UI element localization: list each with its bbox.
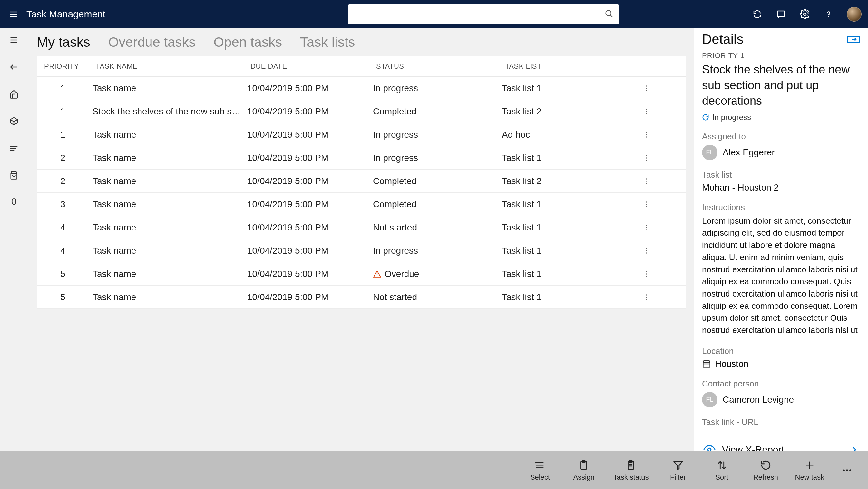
table-row[interactable]: 2Task name10/04/2019 5:00 PMIn progressT…	[37, 146, 686, 170]
svg-point-46	[646, 294, 647, 296]
cell-status: In progress	[369, 246, 498, 256]
help-icon[interactable]	[823, 8, 835, 20]
home-icon[interactable]	[7, 88, 20, 100]
cmd-select-label: Select	[530, 473, 550, 482]
cell-priority: 4	[37, 246, 89, 256]
svg-point-6	[804, 13, 806, 16]
cell-taskname: Task name	[89, 246, 243, 256]
col-duedate[interactable]: DUE DATE	[247, 62, 372, 70]
table-row[interactable]: 4Task name10/04/2019 5:00 PMNot startedT…	[37, 216, 686, 239]
svg-point-3	[606, 11, 611, 16]
products-icon[interactable]	[7, 115, 20, 128]
contact-name: Cameron Levigne	[723, 395, 794, 405]
cell-tasklist: Task list 1	[498, 199, 633, 210]
svg-point-21	[646, 111, 647, 112]
clipboard-check-icon	[625, 459, 637, 471]
cell-tasklist: Task list 1	[498, 292, 633, 302]
search-icon[interactable]	[604, 9, 614, 19]
svg-point-27	[646, 157, 647, 159]
task-link-row[interactable]: View X-Report	[702, 435, 860, 451]
list-icon[interactable]	[7, 142, 20, 155]
col-status[interactable]: STATUS	[372, 62, 501, 70]
table-row[interactable]: 1Task name10/04/2019 5:00 PMIn progressT…	[37, 77, 686, 100]
svg-point-18	[646, 88, 647, 89]
refresh-icon	[760, 459, 772, 471]
sync-icon[interactable]	[751, 8, 763, 20]
cmd-filter[interactable]: Filter	[664, 459, 693, 482]
svg-point-42	[377, 276, 377, 276]
table-row[interactable]: 2Task name10/04/2019 5:00 PMCompletedTas…	[37, 170, 686, 193]
cell-duedate: 10/04/2019 5:00 PM	[243, 106, 369, 117]
tab-task-lists[interactable]: Task lists	[300, 34, 355, 50]
user-avatar[interactable]	[847, 7, 862, 22]
row-more-icon[interactable]	[633, 270, 659, 278]
rail-hamburger-icon[interactable]	[7, 33, 20, 47]
svg-point-24	[646, 134, 647, 135]
svg-rect-5	[777, 11, 785, 17]
table-row[interactable]: 4Task name10/04/2019 5:00 PMIn progressT…	[37, 239, 686, 263]
table-row[interactable]: 5Task name10/04/2019 5:00 PMNot startedT…	[37, 285, 686, 309]
select-icon	[534, 459, 546, 471]
details-panel: Details PRIORITY 1 Stock the shelves of …	[694, 28, 868, 451]
cell-tasklist: Task list 2	[498, 106, 633, 117]
location-label: Location	[702, 346, 860, 356]
cmd-assign[interactable]: Assign	[569, 459, 598, 482]
table-row[interactable]: 5Task name10/04/2019 5:00 PMOverdueTask …	[37, 263, 686, 285]
settings-icon[interactable]	[799, 8, 811, 20]
table-row[interactable]: 1Stock the shelves of the new sub sectio…	[37, 100, 686, 123]
filter-icon	[672, 459, 684, 471]
svg-line-4	[611, 15, 613, 18]
cell-status: In progress	[369, 130, 498, 140]
svg-point-28	[646, 159, 647, 161]
hamburger-icon[interactable]	[6, 7, 21, 21]
cmd-refresh[interactable]: Refresh	[751, 459, 780, 482]
tasklist-value: Mohan - Houston 2	[702, 182, 860, 193]
cmd-more[interactable]	[839, 464, 855, 477]
cmd-filter-label: Filter	[670, 473, 686, 482]
zero-badge[interactable]: 0	[11, 196, 17, 207]
chat-icon[interactable]	[775, 8, 787, 20]
cell-taskname: Task name	[89, 153, 243, 163]
cmd-select[interactable]: Select	[525, 459, 554, 482]
cmd-task-status[interactable]: Task status	[613, 459, 649, 482]
cell-tasklist: Task list 1	[498, 269, 633, 279]
row-more-icon[interactable]	[633, 154, 659, 162]
row-more-icon[interactable]	[633, 224, 659, 232]
row-more-icon[interactable]	[633, 177, 659, 185]
svg-marker-63	[674, 461, 682, 470]
tab-open-tasks[interactable]: Open tasks	[213, 34, 282, 50]
expand-icon[interactable]	[847, 33, 860, 46]
col-tasklist[interactable]: TASK LIST	[501, 62, 637, 70]
svg-point-36	[646, 227, 647, 228]
search-container	[348, 4, 619, 24]
cmd-new-task[interactable]: New task	[795, 459, 824, 482]
col-priority[interactable]: PRIORITY	[40, 62, 92, 70]
cell-status: In progress	[369, 153, 498, 163]
plus-icon	[804, 459, 816, 471]
search-input[interactable]	[352, 9, 604, 19]
row-more-icon[interactable]	[633, 85, 659, 92]
svg-point-31	[646, 183, 647, 184]
svg-point-43	[646, 271, 647, 272]
col-taskname[interactable]: TASK NAME	[92, 62, 247, 70]
svg-point-35	[646, 225, 647, 226]
back-icon[interactable]	[7, 61, 20, 73]
cell-priority: 3	[37, 199, 89, 210]
row-more-icon[interactable]	[633, 293, 659, 301]
tab-overdue-tasks[interactable]: Overdue tasks	[108, 34, 196, 50]
location-value: Houston	[715, 359, 748, 369]
row-more-icon[interactable]	[633, 131, 659, 139]
cmd-sort[interactable]: Sort	[708, 459, 737, 482]
row-more-icon[interactable]	[633, 247, 659, 255]
table-row[interactable]: 1Task name10/04/2019 5:00 PMIn progressA…	[37, 123, 686, 146]
svg-point-48	[646, 299, 647, 300]
tab-my-tasks[interactable]: My tasks	[37, 34, 90, 50]
svg-point-44	[646, 273, 647, 275]
table-row[interactable]: 3Task name10/04/2019 5:00 PMCompletedTas…	[37, 193, 686, 216]
row-more-icon[interactable]	[633, 108, 659, 115]
tasklist-label: Task list	[702, 170, 860, 180]
details-status: In progress	[712, 113, 751, 122]
row-more-icon[interactable]	[633, 201, 659, 208]
sort-icon	[716, 459, 728, 471]
bag-icon[interactable]	[7, 169, 20, 182]
